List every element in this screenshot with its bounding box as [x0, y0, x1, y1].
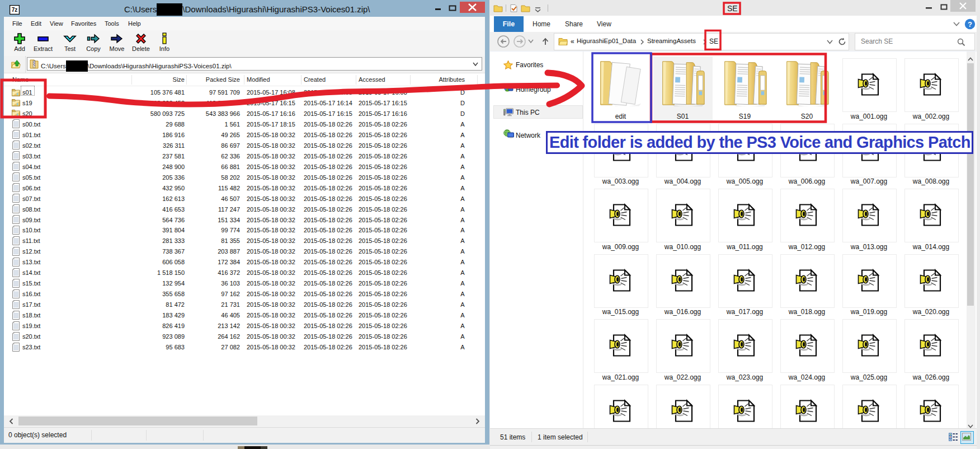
svg-text:7z: 7z — [12, 7, 18, 13]
svg-text:?: ? — [968, 20, 972, 29]
